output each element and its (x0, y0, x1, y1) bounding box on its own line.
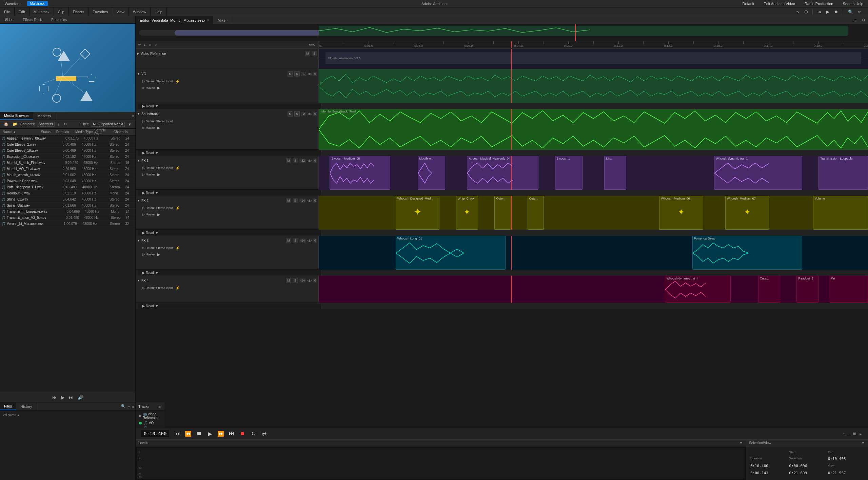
fx1-clip-5[interactable]: Mi... (604, 156, 626, 190)
track-content-fx3[interactable]: Whoosh_Long_01 Power-up Deep (319, 236, 868, 270)
tab-mixer[interactable]: Mixer (214, 16, 231, 24)
browser-folder-btn[interactable]: 📁 (12, 122, 18, 127)
read-expand-fx1[interactable]: ▶ (141, 190, 146, 195)
panel-menu-btn[interactable]: ≡ (131, 113, 135, 118)
track-expand-vo-btn[interactable]: ▼ (137, 72, 140, 76)
fx1-clip-3[interactable]: Appear_Magical_Heavenly_04 (467, 156, 538, 190)
transport-sync[interactable]: ⇄ (260, 430, 268, 438)
track-expand-fx2-btn[interactable]: ▼ (137, 199, 140, 202)
track-solo-snd[interactable]: S (294, 111, 300, 117)
video-ref-block[interactable]: Mombi_Animation_V2.5 (326, 52, 861, 64)
track-content-vo[interactable] (319, 69, 868, 103)
track-mute-fx4[interactable]: M (286, 278, 291, 283)
track-mute-fx3[interactable]: M (286, 238, 291, 243)
fx2-clip-6[interactable]: Whoosh_Medium_07 ✦ (725, 196, 769, 230)
file-row[interactable]: 🎵 Mombi_VO_Final.wav 0:29.960 48000 Hz S… (0, 166, 135, 172)
tool-pencil[interactable]: ✏ (856, 9, 863, 15)
menu-edit[interactable]: Edit (15, 7, 29, 16)
track-expand-btn[interactable]: ▶ (137, 52, 139, 55)
file-row[interactable]: 🎵 Cute Bleeps_2.wav 0:00.486 48000 Hz St… (0, 142, 135, 148)
default-workspace-btn[interactable]: Default (740, 1, 756, 6)
fx1-clip-1[interactable]: Swoosh_Medium_05 (330, 156, 390, 190)
fx2-clip-1[interactable]: Whoosh_Designed_Med... ✦ (396, 196, 440, 230)
track-input-monitor-fx2[interactable]: ⚡ (174, 206, 181, 211)
track-content-fx4[interactable]: Whoosh dynamic trai_4 Cute... Readout_3 (319, 276, 868, 303)
transport-play[interactable]: ▶ (206, 430, 214, 438)
filter-dropdown[interactable]: All Supported Media (91, 122, 125, 127)
track-mute-fx2[interactable]: M (286, 198, 291, 203)
read-expand-fx2[interactable]: ▶ (141, 230, 146, 235)
radio-production-btn[interactable]: Radio Production (803, 1, 835, 6)
tool-zoom-in[interactable]: 🔍 (847, 9, 854, 15)
contents-dropdown[interactable]: Shortcuts (37, 122, 55, 127)
transport-forward[interactable]: ⏩ (217, 430, 225, 438)
sel-start-val[interactable]: 0:10.405 (827, 455, 865, 462)
track-output-expand-snd[interactable]: ▶ (156, 125, 161, 130)
read-dropdown-fx3[interactable]: ▼ (154, 270, 160, 275)
tool-pointer[interactable]: ⬡ (803, 9, 809, 15)
transport-loop[interactable]: ↻ (249, 430, 257, 438)
tool-record[interactable]: ⏺ (833, 9, 840, 15)
track-panner-fx1[interactable]: ◁▷ (307, 159, 312, 162)
track-input-monitor-vo[interactable]: ⚡ (174, 79, 181, 84)
file-row[interactable]: 🎵 Puff_Disappear_D1.wav 0:01.480 48000 H… (0, 184, 135, 190)
zoom-in-btn[interactable]: + (842, 431, 846, 436)
read-dropdown-fx1[interactable]: ▼ (154, 190, 160, 195)
file-row[interactable]: 🎵 Shine_01.wav 0:04.042 48000 Hz Stereo … (0, 196, 135, 203)
selection-options-btn[interactable]: ≡ (861, 441, 865, 445)
track-solo-fx3[interactable]: S (293, 238, 298, 243)
track-content-soundtrack[interactable]: Mombi_Soundtrack_Final (319, 109, 868, 150)
transport-end[interactable]: ⏭ (228, 430, 236, 438)
levels-options-btn[interactable]: ≡ (739, 441, 743, 445)
fx2-clip-5[interactable]: Whoosh_Medium_06 ✦ (659, 196, 703, 230)
track-panner-snd[interactable]: ◁▷ (307, 112, 312, 116)
fx4-clip-3[interactable]: Readout_3 (796, 276, 818, 303)
read-expand-vo[interactable]: ▶ (141, 104, 146, 109)
zoom-fit-btn[interactable]: ⊞ (852, 431, 857, 436)
menu-multitrack[interactable]: Multitrack (29, 7, 54, 16)
file-row[interactable]: 🎵 Mouth_woosh_44.wav 0:01.002 48000 Hz S… (0, 172, 135, 178)
transport-volume[interactable]: 🔊 (78, 395, 83, 400)
file-row[interactable]: 🎵 Transmis_n_Loopable.wav 0:04.869 48000… (0, 209, 135, 215)
tool-play[interactable]: ▶ (825, 9, 831, 15)
track-content-fx2[interactable]: Whoosh_Designed_Med... ✦ Whip_Crack ✦ (319, 196, 868, 230)
read-dropdown-fx4[interactable]: ▼ (154, 304, 160, 308)
sel-dur-val[interactable]: 0:00.006 (788, 462, 826, 469)
track-content-fx1[interactable]: Swoosh_Medium_05 Mouth w... (319, 156, 868, 190)
tab-markers[interactable]: Markers (33, 112, 55, 120)
track-expand-fx3-btn[interactable]: ▼ (137, 239, 140, 242)
sel-end-val[interactable]: 0:10.400 (749, 462, 788, 469)
transport-next-frame[interactable]: ⏭ (69, 395, 74, 400)
menu-window[interactable]: Window (129, 7, 151, 16)
track-solo-vo[interactable]: S (294, 71, 300, 77)
menu-clip[interactable]: Clip (54, 7, 69, 16)
read-dropdown-vo[interactable]: ▼ (154, 104, 160, 108)
track-input-monitor-fx1[interactable]: ⚡ (174, 166, 181, 171)
track-mute-fx1[interactable]: M (286, 158, 291, 163)
fx2-clip-2[interactable]: Whip_Crack ✦ (456, 196, 478, 230)
transport-prev-frame[interactable]: ⏮ (52, 395, 57, 400)
track-panner-fx3[interactable]: ◁▷ (307, 239, 312, 242)
file-row[interactable]: 🎵 Appear__eavenly_06.wav 0:03.176 48000 … (0, 135, 135, 142)
track-panner-vo[interactable]: ◁▷ (307, 72, 312, 76)
menu-effects[interactable]: Effects (69, 7, 88, 16)
fx2-clip-3[interactable]: Cute... (494, 196, 511, 230)
file-row[interactable]: 🎵 Transmit_ation_V2_5.mov 0:01.480 48000… (0, 215, 135, 221)
fx1-clip-7[interactable]: Transmission_Loopable (818, 156, 868, 190)
multitrack-mode-btn[interactable]: Multitrack (27, 1, 48, 6)
fx3-clip-2[interactable]: Power-up Deep (692, 236, 802, 270)
search-files-btn[interactable]: 🔍 (120, 404, 127, 409)
track-expand-fx4-btn[interactable]: ▼ (137, 279, 140, 282)
track-input-monitor-fx4[interactable]: ⚡ (174, 286, 181, 291)
track-expand-snd-btn[interactable]: ▼ (137, 112, 140, 116)
timeline-scroll[interactable] (136, 24, 868, 41)
track-solo-fx1[interactable]: S (293, 158, 298, 163)
menu-view[interactable]: View (112, 7, 129, 16)
add-track-btn[interactable]: hms (308, 43, 316, 47)
add-file-btn[interactable]: + (127, 404, 131, 409)
track-mute-video-ref[interactable]: M (305, 51, 310, 56)
tab-effects-rack[interactable]: Effects Rack (21, 17, 44, 22)
video-ref-clip[interactable]: Mombi_Animation_V2.5 (319, 49, 868, 69)
transport-record[interactable]: ⏺ (238, 430, 246, 438)
track-content-video-ref[interactable]: Mombi_Animation_V2.5 (319, 49, 868, 69)
